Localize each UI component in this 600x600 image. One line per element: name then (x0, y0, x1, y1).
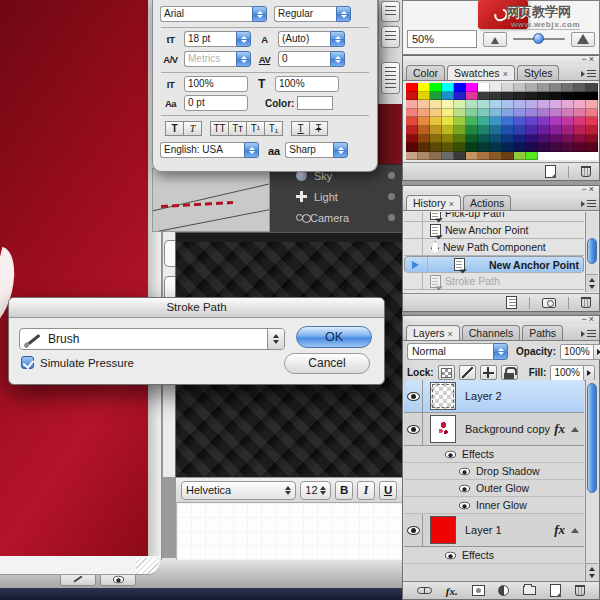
color-swatch[interactable] (550, 143, 562, 152)
fill-slider-button[interactable] (583, 366, 594, 380)
stroke-tool-select[interactable]: Brush (19, 328, 285, 350)
color-swatch[interactable] (430, 126, 442, 135)
color-swatch[interactable] (502, 143, 514, 152)
color-swatch[interactable] (502, 126, 514, 135)
collapse-effects-icon[interactable] (571, 528, 579, 533)
color-swatch[interactable] (586, 83, 598, 92)
color-swatch[interactable] (490, 135, 502, 144)
panel-window-controls[interactable]: −× (581, 184, 596, 194)
color-swatch[interactable] (550, 92, 562, 101)
color-swatch[interactable] (430, 135, 442, 144)
zoom-percent-field[interactable]: 50% (407, 30, 477, 48)
scrollbar-arrows[interactable] (586, 274, 598, 292)
minimize-icon[interactable]: − (581, 54, 588, 64)
color-swatch[interactable] (490, 100, 502, 109)
lock-all-button[interactable] (501, 365, 518, 380)
color-swatch[interactable] (454, 135, 466, 144)
color-swatch[interactable] (562, 92, 574, 101)
color-swatch[interactable] (574, 83, 586, 92)
color-swatch[interactable] (430, 117, 442, 126)
color-swatch[interactable] (406, 135, 418, 144)
color-swatch[interactable] (478, 143, 490, 152)
color-swatch[interactable] (490, 126, 502, 135)
collapse-effects-icon[interactable] (571, 427, 579, 432)
color-swatch[interactable] (454, 152, 466, 161)
color-swatch[interactable] (550, 100, 562, 109)
history-item[interactable]: Stroke Path (404, 273, 584, 290)
color-swatch[interactable] (574, 117, 586, 126)
color-swatch[interactable] (442, 126, 454, 135)
new-group-icon[interactable] (523, 586, 536, 595)
color-swatch[interactable] (538, 83, 550, 92)
tab-close-icon[interactable]: × (449, 199, 454, 209)
link-layers-icon[interactable] (417, 587, 432, 594)
color-swatch[interactable] (406, 126, 418, 135)
checkbox-checked-icon[interactable] (21, 356, 34, 369)
italic-button[interactable]: I (357, 481, 375, 500)
minimize-icon[interactable]: − (581, 184, 588, 194)
history-item[interactable]: Pick-up Path (404, 212, 584, 222)
toggle-dot[interactable] (388, 172, 395, 179)
scrollbar-thumb[interactable] (587, 383, 597, 493)
tool-presets-button[interactable] (381, 26, 400, 48)
font-size-select[interactable]: 12 (300, 481, 331, 500)
color-swatch[interactable] (406, 143, 418, 152)
layer-name[interactable]: Layer 1 (465, 524, 502, 536)
layer-name[interactable]: Layer 2 (465, 390, 502, 402)
scene-item-camera[interactable]: Camera (270, 207, 402, 228)
kerning-select[interactable]: Metrics (184, 51, 251, 68)
ok-button[interactable]: OK (296, 326, 372, 348)
zoom-slider[interactable] (513, 38, 565, 40)
color-swatch[interactable] (466, 100, 478, 109)
layers-scrollbar[interactable] (585, 380, 598, 581)
blend-mode-select[interactable]: Normal (407, 343, 508, 360)
trash-icon[interactable] (575, 585, 585, 596)
color-swatch[interactable] (538, 92, 550, 101)
color-swatch[interactable] (562, 143, 574, 152)
color-swatch[interactable] (406, 92, 418, 101)
color-swatch[interactable] (586, 143, 598, 152)
color-swatch[interactable] (490, 152, 502, 161)
color-swatch[interactable] (574, 100, 586, 109)
anti-alias-select[interactable]: Sharp (285, 142, 348, 159)
language-select[interactable]: English: USA (160, 142, 259, 159)
color-swatch[interactable] (442, 109, 454, 118)
text-color-swatch[interactable] (297, 96, 333, 110)
color-swatch[interactable] (430, 109, 442, 118)
history-source-cell[interactable] (409, 257, 428, 272)
color-swatch[interactable] (562, 109, 574, 118)
close-icon[interactable]: × (589, 54, 596, 64)
vertical-scale-field[interactable]: 100% (184, 76, 248, 92)
color-swatch[interactable] (430, 152, 442, 161)
font-family-select[interactable]: Helvetica (181, 481, 296, 500)
color-swatch[interactable] (514, 83, 526, 92)
color-swatch[interactable] (454, 109, 466, 118)
tab-actions[interactable]: Actions (463, 195, 511, 210)
scene-item-light[interactable]: Light (270, 186, 402, 207)
color-swatch[interactable] (430, 83, 442, 92)
layer-thumbnail[interactable] (430, 382, 456, 410)
history-source-cell[interactable] (404, 273, 423, 289)
color-swatch[interactable] (418, 152, 430, 161)
close-icon[interactable]: × (589, 314, 596, 324)
color-swatch[interactable] (562, 83, 574, 92)
color-swatch[interactable] (490, 143, 502, 152)
color-swatch[interactable] (538, 126, 550, 135)
color-swatch[interactable] (454, 83, 466, 92)
tab-history[interactable]: History× (406, 195, 461, 210)
history-scrollbar[interactable] (585, 212, 598, 292)
toggle-dot[interactable] (388, 193, 395, 200)
layer-effect-row[interactable]: Outer Glow (404, 480, 584, 497)
history-item[interactable]: New Anchor Point (404, 256, 584, 273)
color-swatch[interactable] (502, 117, 514, 126)
color-swatch[interactable] (478, 126, 490, 135)
tab-layers[interactable]: Layers× (406, 325, 460, 340)
color-swatch[interactable] (574, 109, 586, 118)
layer-effect-row[interactable]: Effects (404, 446, 584, 463)
color-swatch[interactable] (478, 92, 490, 101)
fill-field[interactable]: 100% (550, 365, 595, 381)
color-swatch[interactable] (538, 100, 550, 109)
layer-effect-row[interactable]: Effects (404, 547, 584, 564)
color-swatch[interactable] (478, 152, 490, 161)
color-swatch[interactable] (466, 109, 478, 118)
